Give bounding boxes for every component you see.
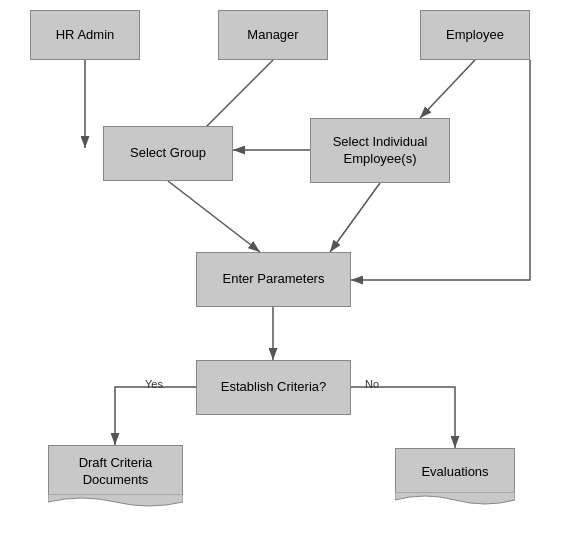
select-group-box: Select Group xyxy=(103,126,233,181)
establish-criteria-box: Establish Criteria? xyxy=(196,360,351,415)
flowchart-diagram: HR Admin Manager Employee Select Group S… xyxy=(0,0,575,535)
evaluations-container: Evaluations xyxy=(395,448,515,508)
svg-line-6 xyxy=(330,183,380,252)
draft-criteria-wave xyxy=(48,494,183,510)
manager-box: Manager xyxy=(218,10,328,60)
evaluations-label: Evaluations xyxy=(421,464,488,481)
hr-admin-label: HR Admin xyxy=(56,27,115,44)
enter-parameters-box: Enter Parameters xyxy=(196,252,351,307)
draft-criteria-label: Draft Criteria Documents xyxy=(55,455,176,489)
hr-admin-box: HR Admin xyxy=(30,10,140,60)
yes-label: Yes xyxy=(145,378,163,390)
employee-label: Employee xyxy=(446,27,504,44)
evaluations-box: Evaluations xyxy=(395,448,515,496)
svg-line-3 xyxy=(420,60,475,118)
draft-criteria-box: Draft Criteria Documents xyxy=(48,445,183,498)
employee-box: Employee xyxy=(420,10,530,60)
select-group-label: Select Group xyxy=(130,145,206,162)
establish-criteria-label: Establish Criteria? xyxy=(221,379,327,396)
enter-parameters-label: Enter Parameters xyxy=(223,271,325,288)
select-individual-label: Select Individual Employee(s) xyxy=(319,134,441,168)
manager-label: Manager xyxy=(247,27,298,44)
select-individual-box: Select Individual Employee(s) xyxy=(310,118,450,183)
svg-line-5 xyxy=(168,181,260,252)
draft-criteria-container: Draft Criteria Documents xyxy=(48,445,183,510)
evaluations-wave xyxy=(395,492,515,508)
no-label: No xyxy=(365,378,379,390)
